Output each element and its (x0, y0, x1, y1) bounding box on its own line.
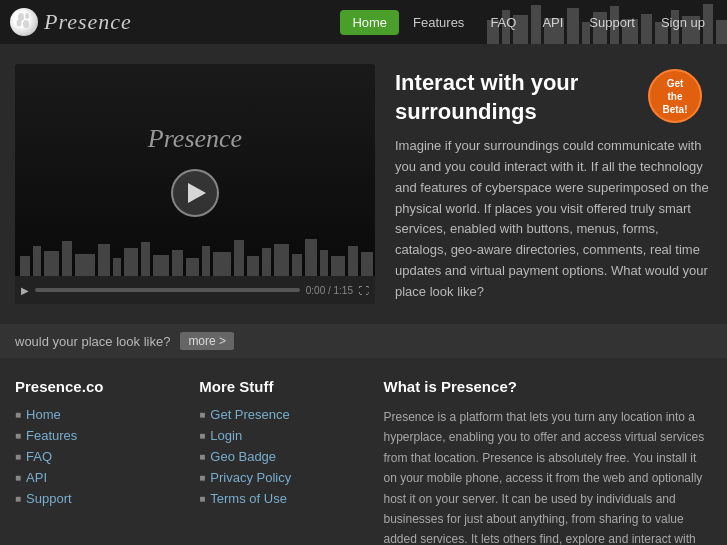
footer-link-faq[interactable]: FAQ (26, 449, 52, 464)
hero-section: Feedback Presence (0, 44, 727, 324)
nav-support[interactable]: Support (577, 10, 647, 35)
list-item: ■ FAQ (15, 449, 179, 464)
video-player: Presence (15, 64, 375, 304)
svg-rect-25 (98, 244, 110, 276)
svg-rect-20 (20, 256, 30, 276)
navbar: Presence Home Features FAQ API Support S… (0, 0, 727, 44)
bullet-icon: ■ (15, 451, 21, 462)
svg-rect-39 (305, 239, 317, 276)
fullscreen-btn[interactable]: ⛶ (359, 285, 369, 296)
footer-heading-2: More Stuff (199, 378, 363, 395)
svg-rect-34 (234, 240, 244, 276)
footer-heading-1: Presence.co (15, 378, 179, 395)
bullet-icon: ■ (15, 409, 21, 420)
logo-area: Presence (10, 8, 340, 36)
svg-rect-40 (320, 250, 328, 276)
footer-col-presence: Presence.co ■ Home ■ Features ■ FAQ ■ AP… (15, 378, 179, 545)
beta-badge[interactable]: Get the Beta! (648, 69, 702, 123)
list-item: ■ API (15, 470, 179, 485)
svg-rect-28 (141, 242, 150, 276)
play-button[interactable] (171, 169, 219, 217)
bullet-icon: ■ (199, 493, 205, 504)
footer-col-more: More Stuff ■ Get Presence ■ Login ■ Geo … (199, 378, 363, 545)
svg-rect-42 (348, 246, 358, 276)
bullet-icon: ■ (199, 472, 205, 483)
svg-rect-21 (33, 246, 41, 276)
bullet-icon: ■ (15, 493, 21, 504)
footer-links-2: ■ Get Presence ■ Login ■ Geo Badge ■ Pri… (199, 407, 363, 506)
footer-link-features[interactable]: Features (26, 428, 77, 443)
svg-rect-33 (213, 252, 231, 276)
nav-home[interactable]: Home (340, 10, 399, 35)
svg-point-3 (23, 20, 29, 28)
would-text: would your place look like? (15, 334, 170, 349)
svg-rect-37 (274, 244, 289, 276)
svg-rect-35 (247, 256, 259, 276)
footer-link-support[interactable]: Support (26, 491, 72, 506)
svg-point-1 (25, 13, 29, 19)
nav-features[interactable]: Features (401, 10, 476, 35)
footer-link-privacy[interactable]: Privacy Policy (210, 470, 291, 485)
logo-icon (10, 8, 38, 36)
svg-rect-32 (202, 246, 210, 276)
list-item: ■ Login (199, 428, 363, 443)
bullet-icon: ■ (15, 472, 21, 483)
svg-rect-19 (716, 20, 727, 44)
bullet-icon: ■ (15, 430, 21, 441)
play-icon (188, 183, 206, 203)
list-item: ■ Get Presence (199, 407, 363, 422)
list-item: ■ Terms of Use (199, 491, 363, 506)
nav-faq[interactable]: FAQ (478, 10, 528, 35)
footer-link-terms[interactable]: Terms of Use (210, 491, 287, 506)
logo-text: Presence (44, 9, 132, 35)
svg-rect-36 (262, 248, 271, 276)
list-item: ■ Features (15, 428, 179, 443)
svg-rect-23 (62, 241, 72, 276)
nav-signup[interactable]: Sign up (649, 10, 717, 35)
nav-links: Home Features FAQ API Support Sign up (340, 10, 717, 35)
svg-rect-27 (124, 248, 138, 276)
footer-link-home[interactable]: Home (26, 407, 61, 422)
footer-link-get-presence[interactable]: Get Presence (210, 407, 290, 422)
svg-rect-31 (186, 258, 199, 276)
footer-body-text: Presence is a platform that lets you tur… (384, 407, 713, 545)
nav-api[interactable]: API (530, 10, 575, 35)
hero-body: Imagine if your surroundings could commu… (395, 136, 712, 302)
footer: Presence.co ■ Home ■ Features ■ FAQ ■ AP… (0, 358, 727, 545)
more-button[interactable]: more > (180, 332, 234, 350)
list-item: ■ Geo Badge (199, 449, 363, 464)
footer-link-login[interactable]: Login (210, 428, 242, 443)
svg-rect-43 (361, 252, 373, 276)
footer-link-api[interactable]: API (26, 470, 47, 485)
beta-get: Get (667, 77, 684, 90)
svg-rect-29 (153, 255, 169, 276)
video-controls: ▶ 0:00 / 1:15 ⛶ (15, 276, 375, 304)
play-pause-btn[interactable]: ▶ (21, 285, 29, 296)
city-skyline-video (15, 236, 375, 276)
svg-rect-24 (75, 254, 95, 276)
svg-rect-38 (292, 254, 302, 276)
footer-heading-3: What is Presence? (384, 378, 713, 395)
video-screen: Presence (15, 64, 375, 276)
list-item: ■ Support (15, 491, 179, 506)
time-display: 0:00 / 1:15 (306, 285, 353, 296)
video-logo-text: Presence (148, 124, 242, 154)
svg-rect-26 (113, 258, 121, 276)
footer-col-what: What is Presence? Presence is a platform… (384, 378, 713, 545)
list-item: ■ Home (15, 407, 179, 422)
progress-bar[interactable] (35, 288, 300, 292)
list-item: ■ Privacy Policy (199, 470, 363, 485)
bullet-icon: ■ (199, 451, 205, 462)
bullet-icon: ■ (199, 409, 205, 420)
hero-text: Get the Beta! Interact with your surroun… (395, 64, 712, 304)
bullet-icon: ■ (199, 430, 205, 441)
svg-point-2 (17, 20, 22, 27)
footer-link-geo-badge[interactable]: Geo Badge (210, 449, 276, 464)
footer-links-1: ■ Home ■ Features ■ FAQ ■ API ■ Support (15, 407, 179, 506)
svg-rect-30 (172, 250, 183, 276)
svg-rect-22 (44, 251, 59, 276)
beta-the: the (668, 90, 683, 103)
beta-label: Beta! (662, 103, 687, 116)
hero-bottom-strip: would your place look like? more > (0, 324, 727, 358)
svg-rect-41 (331, 256, 345, 276)
